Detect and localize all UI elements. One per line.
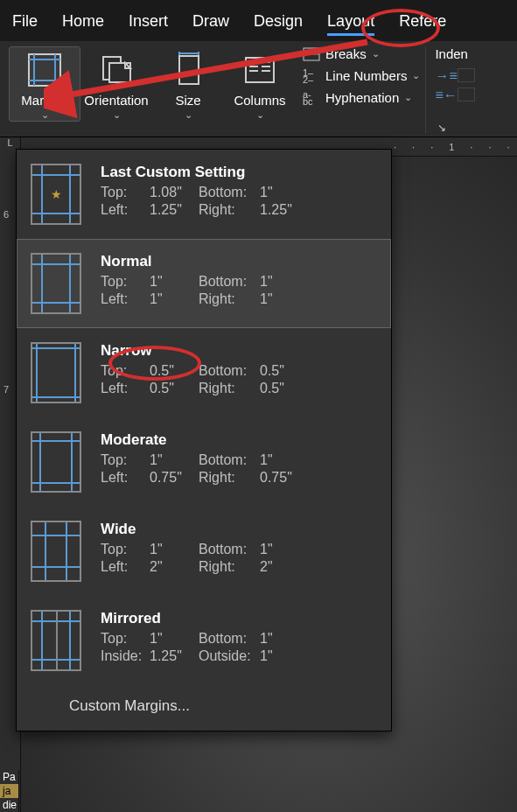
- margin-value: 1.25": [150, 648, 199, 664]
- margin-preset-last-custom-setting[interactable]: ★Last Custom SettingTop:1.08"Bottom:1"Le…: [17, 150, 391, 239]
- ruler-tick: ·: [412, 142, 415, 152]
- svg-rect-7: [179, 56, 199, 84]
- indent-left-button[interactable]: →≡: [435, 68, 487, 82]
- margin-preset-title: Moderate: [101, 431, 300, 449]
- columns-label: Columns: [234, 93, 285, 108]
- margin-thumb-icon: [31, 521, 81, 582]
- margin-value: Top:: [101, 363, 150, 379]
- margin-thumb-icon: [31, 610, 81, 671]
- margin-value: 2": [260, 559, 300, 575]
- margins-dropdown: ★Last Custom SettingTop:1.08"Bottom:1"Le…: [16, 149, 392, 732]
- margin-value: Top:: [101, 274, 150, 290]
- margin-preset-wide[interactable]: WideTop:1"Bottom:1"Left:2"Right:2": [17, 507, 391, 596]
- margin-value: Bottom:: [199, 363, 260, 379]
- breaks-button[interactable]: Breaks ⌄: [303, 46, 420, 61]
- margin-values-grid: Top:1"Bottom:1"Left:2"Right:2": [101, 542, 300, 575]
- margin-value: Inside:: [101, 648, 150, 664]
- truncated-text: Pa: [0, 770, 18, 784]
- margin-value: 1": [260, 274, 300, 290]
- left-truncated-panel: Pa ja die: [0, 770, 19, 812]
- margin-value: Right:: [199, 202, 260, 218]
- columns-button[interactable]: Columns ⌄: [224, 46, 296, 122]
- margin-values-grid: Top:1"Bottom:1"Inside:1.25"Outside:1": [101, 631, 300, 664]
- margin-value: Bottom:: [199, 274, 260, 290]
- truncated-text: die: [0, 798, 18, 812]
- margin-value: 1.08": [150, 185, 199, 200]
- margin-preset-moderate[interactable]: ModerateTop:1"Bottom:1"Left:0.75"Right:0…: [17, 417, 391, 507]
- layout-ribbon: Margins ⌄ Orientation ⌄ Size ⌄: [0, 41, 517, 137]
- margins-button[interactable]: Margins ⌄: [9, 46, 80, 122]
- margin-thumb-icon: [31, 342, 81, 403]
- margin-preset-mirrored[interactable]: MirroredTop:1"Bottom:1"Inside:1.25"Outsi…: [17, 596, 391, 685]
- margins-icon: [25, 51, 64, 89]
- margin-value: 0.5": [260, 363, 300, 379]
- margin-preset-title: Narrow: [101, 342, 300, 360]
- margin-value: 1": [260, 648, 300, 664]
- margin-value: Top:: [101, 185, 150, 200]
- margin-value: Right:: [199, 470, 260, 486]
- margin-value: Bottom:: [199, 185, 260, 200]
- tab-design[interactable]: Design: [241, 7, 315, 38]
- margin-values-grid: Top:1"Bottom:1"Left:1"Right:1": [101, 274, 300, 307]
- margin-preset-title: Last Custom Setting: [101, 164, 300, 181]
- margin-value: 1.25": [260, 202, 300, 218]
- margin-value: 1": [260, 291, 300, 307]
- margin-value: Top:: [101, 631, 150, 647]
- hyphenation-label: Hyphenation: [325, 90, 399, 105]
- chevron-down-icon: ⌄: [185, 109, 192, 121]
- chevron-down-icon: ⌄: [41, 109, 49, 121]
- custom-margins-button[interactable]: Custom Margins...: [17, 685, 391, 731]
- margin-value: Bottom:: [199, 631, 260, 647]
- margin-thumb-icon: [31, 431, 81, 493]
- chevron-down-icon: ⌄: [372, 48, 380, 60]
- page-setup-group: Margins ⌄ Orientation ⌄ Size ⌄: [3, 46, 426, 133]
- truncated-text: ja: [0, 784, 18, 798]
- margin-value: 1": [150, 291, 199, 307]
- margin-thumb-icon: ★: [31, 164, 81, 225]
- margin-value: 1": [260, 185, 300, 200]
- margin-value: 1": [150, 274, 199, 290]
- ruler-tick: ·: [507, 142, 509, 152]
- margin-preset-title: Mirrored: [101, 610, 300, 627]
- tab-draw[interactable]: Draw: [180, 7, 241, 38]
- size-button[interactable]: Size ⌄: [152, 46, 224, 122]
- orientation-button[interactable]: Orientation ⌄: [80, 46, 152, 122]
- columns-icon: [241, 51, 279, 89]
- line-numbers-button[interactable]: 1–2– Line Numbers ⌄: [303, 68, 420, 83]
- hyphenation-icon: a-bc: [303, 91, 320, 105]
- indent-heading: Inden: [435, 46, 487, 61]
- margin-value: 0.75": [260, 470, 300, 486]
- margin-value: Left:: [101, 202, 150, 218]
- indent-right-button[interactable]: ≡←: [435, 88, 487, 102]
- paragraph-group: Inden →≡ ≡←: [426, 46, 487, 133]
- ribbon-tabs: File Home Insert Draw Design Layout Refe…: [0, 0, 517, 41]
- tab-insert[interactable]: Insert: [116, 7, 180, 38]
- margin-value: 1": [150, 452, 199, 468]
- ruler-label: 6: [3, 209, 9, 220]
- margin-preset-normal[interactable]: NormalTop:1"Bottom:1"Left:1"Right:1": [17, 239, 391, 328]
- dialog-launcher-icon[interactable]: ↘: [437, 122, 446, 134]
- margin-value: 1": [150, 542, 199, 557]
- margin-value: 0.75": [150, 470, 199, 486]
- ruler-tick: ·: [488, 142, 491, 152]
- margin-preset-text: ModerateTop:1"Bottom:1"Left:0.75"Right:0…: [101, 431, 300, 486]
- margin-values-grid: Top:1"Bottom:1"Left:0.75"Right:0.75": [101, 452, 300, 486]
- margin-value: Left:: [101, 291, 150, 307]
- margin-value: 0.5": [260, 381, 300, 396]
- margin-value: 0.5": [150, 381, 199, 396]
- margin-value: 0.5": [150, 363, 199, 379]
- margin-preset-narrow[interactable]: NarrowTop:0.5"Bottom:0.5"Left:0.5"Right:…: [17, 328, 391, 417]
- margin-value: Right:: [199, 559, 260, 575]
- size-label: Size: [175, 93, 200, 108]
- margin-value: Bottom:: [199, 542, 260, 557]
- tab-layout[interactable]: Layout: [315, 7, 387, 38]
- chevron-down-icon: ⌄: [256, 109, 264, 121]
- chevron-down-icon: ⌄: [412, 70, 420, 81]
- hyphenation-button[interactable]: a-bc Hyphenation ⌄: [303, 90, 420, 105]
- margin-thumb-icon: [31, 253, 81, 314]
- margin-preset-text: MirroredTop:1"Bottom:1"Inside:1.25"Outsi…: [101, 610, 300, 664]
- ruler-label: 7: [3, 384, 9, 395]
- tab-home[interactable]: Home: [50, 7, 116, 38]
- tab-references[interactable]: Refere: [387, 7, 458, 38]
- tab-file[interactable]: File: [0, 7, 50, 38]
